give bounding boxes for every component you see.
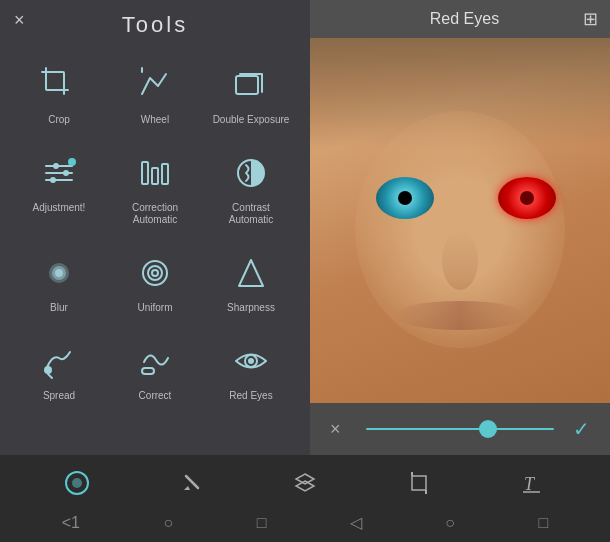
svg-point-23 [152,270,158,276]
double-exposure-icon [228,62,274,108]
adjustment-label: Adjustment! [33,202,86,214]
tools-title: Tools [8,12,302,38]
tool-wheel[interactable]: Wheel [110,52,200,134]
bottom-toolbar: T <1 ○ □ ◁ ○ □ [0,455,610,542]
svg-marker-33 [296,474,314,484]
correction-slider[interactable] [366,428,554,430]
svg-rect-14 [142,162,148,184]
tool-correct[interactable]: Correct [110,328,200,410]
crop-label: Crop [48,114,70,126]
tool-uniform[interactable]: Uniform [110,240,200,322]
double-exposure-label: Double Exposure [213,114,290,126]
svg-point-31 [72,478,82,488]
svg-rect-0 [46,72,64,90]
tool-icons-row: T [0,455,610,505]
tool-correction-automatic[interactable]: Correction Automatic [110,140,200,234]
photo-header: Red Eyes ⊞ [310,0,610,38]
correct-icon [132,338,178,384]
svg-point-12 [50,177,56,183]
slider-thumb[interactable] [479,420,497,438]
svg-point-22 [148,266,162,280]
tool-sharpness[interactable]: Sharpness [206,240,296,322]
svg-point-20 [55,269,63,277]
back-button[interactable]: ◁ [342,509,370,536]
svg-point-21 [143,261,167,285]
adjustment-icon [36,150,82,196]
close-button[interactable]: × [14,10,25,31]
tool-spread[interactable]: Spread [14,328,104,410]
wheel-label: Wheel [141,114,169,126]
svg-point-25 [44,366,52,374]
photo-area: Red Eyes ⊞ [310,0,610,455]
nav-home-button[interactable]: ○ [437,510,463,536]
tools-grid: Crop Wheel Double Exposure [8,52,302,410]
svg-marker-34 [296,481,314,491]
blur-label: Blur [50,302,68,314]
layers-tool-button[interactable] [285,465,325,501]
contrast-automatic-label: Contrast Automatic [210,202,292,226]
tools-panel: × Tools Crop Wheel [0,0,310,455]
page-indicator: <1 [54,510,88,536]
correction-automatic-icon [132,150,178,196]
contrast-automatic-icon [228,150,274,196]
crop-tool-button[interactable] [399,465,439,501]
view-mode-icon[interactable]: ⊞ [583,8,598,30]
svg-line-26 [48,374,52,378]
blur-icon [36,250,82,296]
svg-text:T: T [524,474,536,494]
svg-marker-24 [239,260,263,286]
tool-contrast-automatic[interactable]: Contrast Automatic [206,140,296,234]
svg-rect-15 [152,168,158,184]
paint-tool-button[interactable] [57,465,97,501]
tool-crop[interactable]: Crop [14,52,104,134]
svg-rect-35 [412,476,426,490]
nav-recent-button[interactable]: □ [531,510,557,536]
uniform-label: Uniform [137,302,172,314]
app-container: × Tools Crop Wheel [0,0,610,542]
home-button[interactable]: ○ [156,510,182,536]
sharpness-icon [228,250,274,296]
uniform-icon [132,250,178,296]
svg-point-11 [63,170,69,176]
confirm-correction-button[interactable]: ✓ [566,417,590,441]
photo-image-area[interactable] [310,38,610,403]
sharpness-label: Sharpness [227,302,275,314]
correction-automatic-label: Correction Automatic [114,202,196,226]
tool-blur[interactable]: Blur [14,240,104,322]
spread-label: Spread [43,390,75,402]
svg-rect-16 [162,164,168,184]
photo-title: Red Eyes [346,10,583,28]
tool-double-exposure[interactable]: Double Exposure [206,52,296,134]
svg-point-10 [53,163,59,169]
svg-rect-6 [236,76,258,94]
brush-tool-button[interactable] [171,465,211,501]
recent-button[interactable]: □ [249,510,275,536]
svg-point-13 [68,158,76,166]
spread-icon [36,338,82,384]
red-eyes-label: Red Eyes [229,390,272,402]
top-area: × Tools Crop Wheel [0,0,610,455]
svg-rect-27 [142,368,154,374]
correction-controls: × ✓ [310,403,610,455]
svg-point-29 [248,358,254,364]
text-tool-button[interactable]: T [513,465,553,501]
crop-icon [36,62,82,108]
nav-row: <1 ○ □ ◁ ○ □ [0,505,610,542]
wheel-icon [132,62,178,108]
red-eyes-icon [228,338,274,384]
tool-red-eyes[interactable]: Red Eyes [206,328,296,410]
tool-adjustment[interactable]: Adjustment! [14,140,104,234]
correct-label: Correct [139,390,172,402]
cancel-correction-button[interactable]: × [330,419,354,440]
